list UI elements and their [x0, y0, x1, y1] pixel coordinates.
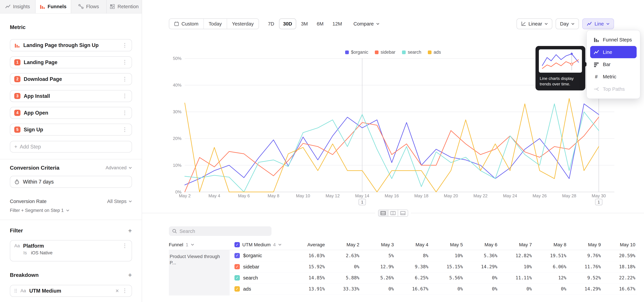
x-axis-label: May 10	[296, 193, 310, 198]
filter-segment-dropdown[interactable]: Filter + Segment on Step 1	[10, 208, 132, 213]
kebab-icon[interactable]: ⋮	[122, 76, 128, 82]
chevron-down-icon	[129, 200, 132, 202]
tab-flows[interactable]: Flows	[71, 0, 107, 13]
range-7d-button[interactable]: 7D	[264, 18, 278, 29]
step-number-badge: 5	[14, 126, 20, 133]
table-row[interactable]: ✓ads13.91%33.33%0%16.67%0%0%0%0%14.29%16…	[230, 284, 637, 294]
tooltip-text: Line charts display trends over time.	[539, 76, 582, 87]
add-step-button[interactable]: + Add Step	[10, 141, 132, 152]
row-checkbox[interactable]: ✓	[234, 275, 240, 280]
layout-rows-button[interactable]	[378, 210, 388, 216]
breakdown-property-name: UTM Medium	[29, 288, 61, 294]
menu-item-bar[interactable]: Bar	[590, 58, 637, 70]
today-button[interactable]: Today	[204, 19, 227, 29]
series-line-sidebar[interactable]	[185, 117, 599, 192]
row-label-cell[interactable]: ✓search	[230, 275, 288, 281]
row-average-cell: 13.91%	[288, 286, 325, 292]
chart-type-button[interactable]: Line	[582, 18, 614, 29]
table-header-row: Funnel1✓UTM Medium4AverageMay 2May 3May …	[169, 240, 637, 250]
add-filter-button[interactable]: +	[128, 227, 132, 234]
funnel-step-5[interactable]: 5 Sign Up ⋮	[10, 124, 132, 136]
linear-axis-icon	[521, 21, 526, 26]
row-name: ads	[243, 286, 251, 292]
range-3m-button[interactable]: 3M	[297, 18, 312, 29]
menu-item-line[interactable]: Line	[590, 46, 637, 58]
layout-toggle-group	[375, 210, 411, 216]
tab-funnels[interactable]: Funnels	[36, 0, 71, 13]
row-checkbox[interactable]: ✓	[234, 253, 240, 258]
y-axis-label: 20%	[173, 136, 182, 141]
series-line-search[interactable]	[185, 104, 599, 192]
compare-button[interactable]: Compare	[350, 18, 383, 29]
series-line-organic[interactable]	[185, 104, 599, 185]
row-checkbox[interactable]: ✓	[234, 242, 240, 248]
filter-value[interactable]: iOS Native	[31, 250, 53, 256]
kebab-icon[interactable]: ⋮	[122, 288, 128, 294]
menu-item-funnel-steps[interactable]: Funnel Steps	[590, 34, 637, 46]
funnel-col-count: 1	[186, 242, 188, 248]
conversion-rate-row: Conversion Rate All Steps	[10, 198, 132, 204]
kebab-icon[interactable]: ⋮	[122, 93, 128, 99]
funnel-step-1[interactable]: 1 Landing Page ⋮	[10, 56, 132, 68]
search-input[interactable]	[180, 228, 268, 234]
filter-label: Filter	[10, 228, 23, 234]
layout-columns-button[interactable]	[388, 210, 398, 216]
funnel-name-cell[interactable]: Product Viewed through P...	[169, 250, 230, 295]
interval-day-button[interactable]: Day	[556, 18, 579, 29]
breakdown-utm-card[interactable]: Aa UTM Medium × ⋮	[10, 285, 132, 297]
chevron-down-icon	[376, 23, 380, 25]
filter-operator[interactable]: Is	[23, 250, 27, 256]
row-value-cell: 33.33%	[325, 286, 360, 292]
funnel-column-header[interactable]: Funnel1	[169, 242, 230, 248]
tab-retention[interactable]: Retention	[107, 0, 142, 13]
row-checkbox[interactable]: ✓	[234, 264, 240, 270]
row-checkbox[interactable]: ✓	[234, 286, 240, 292]
x-axis-label: May 24	[503, 193, 517, 198]
add-breakdown-button[interactable]: +	[128, 271, 132, 279]
breakdown-column-header[interactable]: ✓UTM Medium4	[230, 242, 288, 248]
filter-platform-card[interactable]: Aa Platform ⋮ Is iOS Native	[10, 240, 132, 262]
funnel-step-2[interactable]: 2 Download Page ⋮	[10, 73, 132, 85]
funnel-metric-icon	[14, 42, 20, 48]
funnel-step-4[interactable]: 4 App Open ⋮	[10, 107, 132, 119]
menu-item-top-paths[interactable]: Top Paths	[590, 83, 637, 95]
kebab-icon[interactable]: ⋮	[122, 243, 128, 248]
range-12m-button[interactable]: 12M	[328, 18, 346, 29]
breakdown-heading: Breakdown +	[10, 271, 132, 279]
row-value-cell: 14.29%	[566, 286, 601, 292]
y-axis-label: 10%	[173, 163, 182, 168]
table-search[interactable]	[169, 226, 272, 236]
custom-date-button[interactable]: Custom	[169, 19, 204, 29]
row-average-cell: 15.92%	[288, 264, 325, 269]
menu-item-metric[interactable]: # Metric	[590, 71, 637, 83]
step-number-badge: 3	[14, 93, 20, 99]
tab-insights[interactable]: Insights	[0, 0, 36, 13]
all-steps-dropdown[interactable]: All Steps	[107, 198, 132, 204]
table-row[interactable]: ✓$organic16.03%2.63%5%8%10%5.36%12.82%19…	[230, 250, 637, 261]
drag-handle-icon[interactable]	[14, 288, 17, 293]
funnel-title-card[interactable]: Landing Page through Sign Up ⋮	[10, 39, 132, 51]
kebab-icon[interactable]: ⋮	[122, 110, 128, 116]
close-icon[interactable]: ×	[116, 288, 119, 294]
date-column-header: May 10	[601, 242, 636, 248]
linear-scale-button[interactable]: Linear	[516, 18, 552, 29]
kebab-icon[interactable]: ⋮	[122, 127, 128, 132]
funnel-step-3[interactable]: 3 App Install ⋮	[10, 90, 132, 102]
range-30d-button[interactable]: 30D	[279, 18, 296, 29]
conversion-window-card[interactable]: Within 7 days	[10, 176, 132, 188]
kebab-icon[interactable]: ⋮	[122, 60, 128, 65]
range-6m-button[interactable]: 6M	[313, 18, 328, 29]
row-label-cell[interactable]: ✓$organic	[230, 253, 288, 258]
table-row[interactable]: ✓search14.85%5.88%5.26%6.25%5.56%0%11.11…	[230, 272, 637, 284]
row-label-cell[interactable]: ✓sidebar	[230, 264, 288, 270]
table-row[interactable]: ✓sidebar15.92%0%12.9%9.38%15.15%14.29%10…	[230, 262, 637, 272]
row-value-cell: 0%	[428, 286, 463, 292]
plus-icon: +	[14, 144, 17, 150]
layout-bottom-button[interactable]	[398, 210, 408, 216]
row-label-cell[interactable]: ✓ads	[230, 286, 288, 292]
y-axis-label: 50%	[173, 56, 182, 60]
kebab-icon[interactable]: ⋮	[122, 42, 128, 48]
advanced-dropdown[interactable]: Advanced	[106, 165, 132, 170]
row-value-cell: 9.76%	[566, 253, 601, 258]
yesterday-button[interactable]: Yesterday	[227, 19, 258, 29]
